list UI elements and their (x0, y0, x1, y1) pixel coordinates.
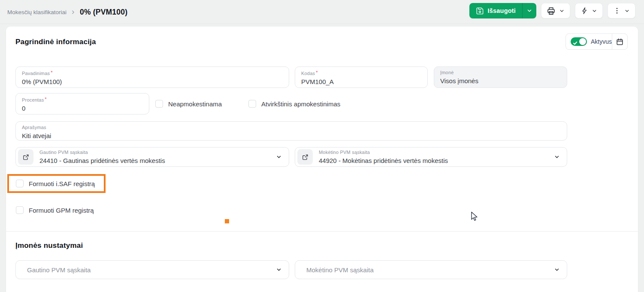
lightning-icon (581, 7, 588, 15)
select-placeholder: Gautino PVM sąskaita (27, 266, 91, 274)
chevron-down-icon (276, 154, 282, 162)
quick-actions-button[interactable] (575, 3, 603, 18)
top-bar: Mokesčių klasifikatoriai 0% (PVM100) Išs… (0, 0, 644, 24)
external-link-icon[interactable] (297, 149, 313, 165)
select-label: Gautino PVM sąskaita (39, 150, 165, 155)
page-title: 0% (PVM100) (80, 8, 127, 17)
field-label: Aprašymas (22, 125, 46, 130)
breadcrumb: Mokesčių klasifikatoriai 0% (PVM100) (7, 0, 127, 24)
required-asterisk: * (316, 70, 317, 75)
select-moketino-pvm-saskaita[interactable]: Mokėtino PVM sąskaita 44920 - Mokėtinas … (295, 147, 567, 167)
breadcrumb-parent-link[interactable]: Mokesčių klasifikatoriai (7, 9, 67, 15)
select-company-moketino-pvm[interactable]: Mokėtino PVM sąskaita (295, 260, 567, 279)
chevron-down-icon (276, 267, 282, 274)
field-pavadinimas[interactable]: Pavadinimas* 0% (PVM100) (15, 66, 289, 88)
checkbox-atvirkstinis-apmokestinimas[interactable]: Atvirkštinis apmokestinimas (248, 100, 340, 108)
save-button-label: Išsaugoti (488, 7, 516, 14)
field-value: PVM100_A (301, 77, 421, 86)
chevron-down-icon (554, 154, 560, 162)
chevron-down-icon (592, 8, 597, 14)
active-toggle[interactable] (571, 37, 587, 46)
chevron-down-icon (526, 8, 532, 14)
field-imone: Įmonė Visos įmonės (434, 66, 567, 88)
highlight-annotation-dot (225, 219, 229, 223)
active-toggle-label: Aktyvus (591, 38, 612, 45)
top-actions: Išsaugoti (469, 3, 635, 18)
field-procentas[interactable]: Procentas* 0 (15, 93, 149, 114)
select-value: 24410 - Gautinas pridėtinės vertės mokes… (39, 156, 165, 165)
checkbox-label: Formuoti GPM registrą (29, 207, 94, 214)
select-label: Mokėtino PVM sąskaita (319, 150, 448, 155)
field-value: 0% (PVM100) (22, 77, 283, 86)
checkbox-box (16, 180, 24, 187)
section-title-company: Įmonės nustatymai (15, 241, 83, 250)
checkbox-neapmokestinama[interactable]: Neapmokestinama (155, 100, 222, 108)
select-gautino-pvm-saskaita[interactable]: Gautino PVM sąskaita 24410 - Gautinas pr… (15, 147, 289, 167)
required-asterisk: * (45, 96, 46, 102)
checkbox-formuoti-isaf-registra[interactable]: Formuoti i.SAF registrą (16, 180, 95, 187)
select-company-gautino-pvm[interactable]: Gautino PVM sąskaita (15, 260, 289, 279)
active-status-control: Aktyvus (565, 33, 628, 50)
select-placeholder: Mokėtino PVM sąskaita (306, 266, 374, 274)
save-split-button: Išsaugoti (469, 3, 536, 18)
select-value: 44920 - Mokėtinas pridėtinės vertės moke… (319, 156, 448, 165)
toggle-knob (579, 38, 586, 45)
chevron-down-icon (554, 267, 560, 274)
checkbox-box (16, 206, 24, 214)
breadcrumb-chevron-icon (70, 9, 76, 15)
required-asterisk: * (51, 70, 52, 75)
validity-calendar-button[interactable] (612, 34, 627, 49)
checkbox-label: Atvirkštinis apmokestinimas (261, 100, 340, 108)
save-dropdown-button[interactable] (522, 3, 536, 18)
print-button[interactable] (541, 3, 570, 18)
chevron-down-icon (624, 8, 630, 14)
checkbox-label: Neapmokestinama (168, 100, 222, 108)
field-value: 0 (22, 104, 143, 113)
kebab-menu-icon (613, 7, 621, 15)
field-value: Visos įmonės (440, 76, 561, 85)
checkbox-label: Formuoti i.SAF registrą (29, 180, 95, 187)
more-options-button[interactable] (608, 3, 635, 18)
main-card: Pagrindinė informacija Aktyvus Pavadinim… (6, 27, 638, 292)
external-link-icon[interactable] (18, 149, 33, 165)
field-value: Kiti atvejai (22, 131, 561, 140)
checkbox-box (155, 100, 163, 108)
field-kodas[interactable]: Kodas* PVM100_A (295, 66, 428, 88)
save-icon (476, 7, 484, 15)
checkbox-formuoti-gpm-registra[interactable]: Formuoti GPM registrą (16, 206, 94, 214)
save-button[interactable]: Išsaugoti (469, 3, 522, 18)
field-aprasymas[interactable]: Aprašymas Kiti atvejai (15, 121, 567, 141)
section-title-main: Pagrindinė informacija (15, 38, 96, 46)
section-divider (6, 231, 638, 232)
field-label: Pavadinimas (22, 71, 50, 76)
field-label: Kodas (301, 71, 315, 76)
check-icon (573, 39, 577, 47)
field-label: Įmonė (440, 70, 454, 75)
field-label: Procentas (22, 97, 44, 102)
checkbox-box (248, 100, 256, 108)
calendar-icon (616, 38, 624, 46)
printer-icon (547, 6, 556, 15)
chevron-down-icon (559, 8, 565, 14)
